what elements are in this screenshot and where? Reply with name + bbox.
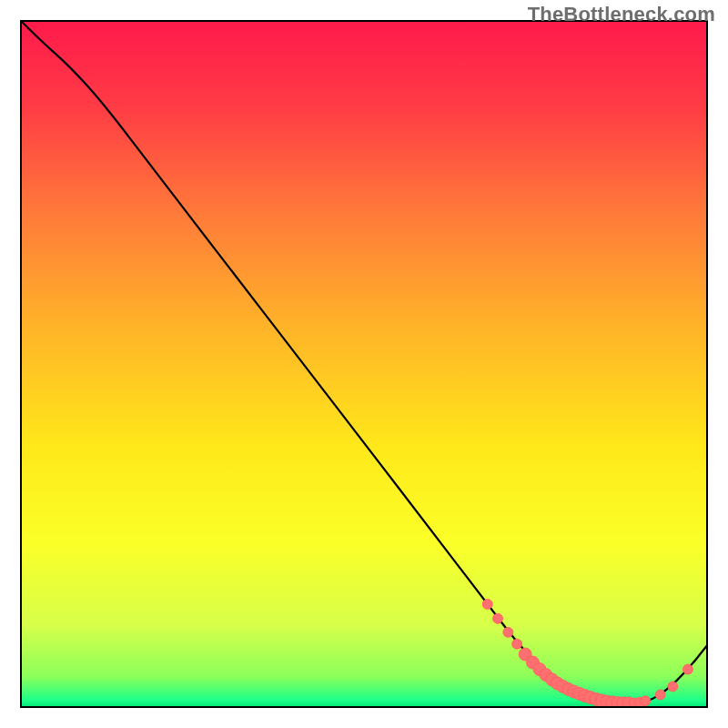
gradient-background <box>21 21 707 707</box>
marker-dot <box>493 613 503 623</box>
chart-svg <box>0 0 728 728</box>
marker-dot <box>482 599 492 609</box>
marker-dot <box>512 639 522 649</box>
chart-container: TheBottleneck.com <box>0 0 728 728</box>
marker-dot <box>682 664 693 674</box>
marker-dot <box>655 690 665 700</box>
marker-dot <box>668 682 678 692</box>
marker-dot <box>503 627 513 637</box>
watermark-label: TheBottleneck.com <box>528 3 715 26</box>
marker-dot <box>641 696 651 706</box>
